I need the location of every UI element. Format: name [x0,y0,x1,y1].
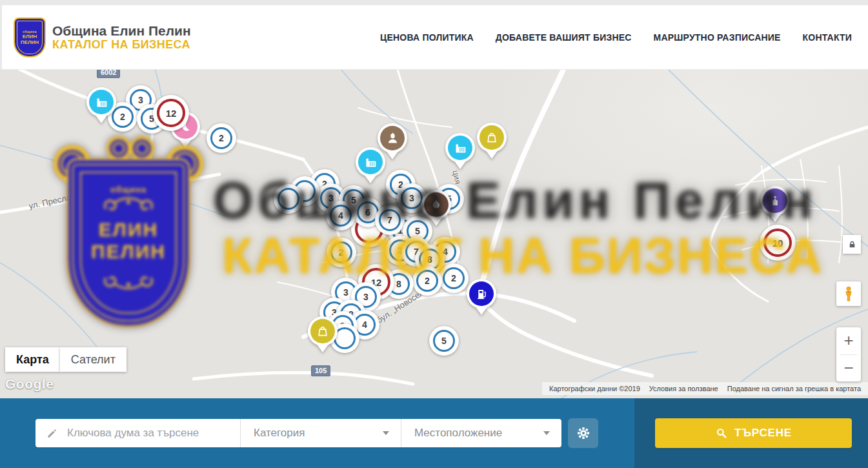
cluster-count [278,188,299,210]
map-attribution: Картографски данни ©2019 Условия за полз… [542,382,868,395]
bag-icon [479,125,504,150]
factory-category-pin[interactable] [445,133,475,163]
cluster-count: 5 [433,330,455,352]
nav-item-contacts[interactable]: КОНТАКТИ [803,32,852,43]
pin-tail [430,217,443,226]
page: община ЕЛИН ПЕЛИН Община Елин Пелин КАТА… [0,0,868,468]
pin-tail [475,306,488,315]
fuel-icon [469,281,494,306]
pin-tail [364,174,377,183]
cluster-count: 7 [379,209,401,231]
road-shield: 6002 [97,69,120,78]
advanced-settings-button[interactable] [568,418,598,448]
pin-tail [386,150,399,159]
bag-icon [310,319,335,343]
cluster-marker[interactable]: 12 [153,95,189,131]
brand-text: Община Елин Пелин КАТАЛОГ НА БИЗНЕСА [52,23,191,51]
category-label: Категория [254,427,305,440]
zoom-in-button[interactable]: + [836,327,861,354]
main-nav: ЦЕНОВА ПОЛИТИКА ДОБАВЕТЕ ВАШИЯТ БИЗНЕС М… [380,32,868,43]
cluster-marker[interactable]: 10 [760,225,796,261]
site-title: Община Елин Пелин [52,23,191,38]
location-label: Местоположение [414,427,502,440]
pin-tail [769,213,782,222]
cluster-count: 2 [416,270,438,292]
gear-icon [576,425,591,441]
cluster-count: 2 [330,241,352,263]
cluster-count: 3 [401,187,423,209]
attribution-data-notice: Картографски данни ©2019 [549,385,640,392]
keyword-segment [35,419,240,447]
chevron-down-icon [383,431,389,435]
factory-category-pin[interactable] [86,87,116,117]
brand[interactable]: община ЕЛИН ПЕЛИН Община Елин Пелин КАТА… [2,17,191,57]
search-icon [715,427,728,440]
map-type-control: Карта Сателит [5,347,126,372]
logo-name-line2: ПЕЛИН [21,39,39,45]
map-type-satellite-button[interactable]: Сателит [60,347,126,372]
pegman-button[interactable] [836,281,861,306]
lock-icon [848,240,856,249]
cluster-marker[interactable]: 2 [327,238,356,267]
pin-tail [485,150,498,159]
factory-icon [89,90,114,114]
pin-tail [454,160,467,169]
bag-category-pin[interactable] [308,316,338,346]
chevron-down-icon [543,431,550,435]
pin-tail [179,139,192,148]
flame-category-pin[interactable] [421,190,451,219]
nav-item-add-business[interactable]: ДОБАВЕТЕ ВАШИЯТ БИЗНЕС [496,32,632,43]
header: община ЕЛИН ПЕЛИН Община Елин Пелин КАТА… [2,5,868,70]
cluster-marker[interactable]: 5 [429,326,459,356]
keyword-input[interactable] [66,426,240,440]
factory-category-pin[interactable] [356,147,385,177]
cluster-count: 12 [157,99,185,127]
zoom-control: + − [836,327,861,382]
road-shield: 105 [311,365,330,376]
municipality-logo: община ЕЛИН ПЕЛИН [14,17,46,57]
flame-icon [424,192,449,217]
search-button-label: ТЪРСЕНЕ [734,427,792,440]
cluster-count: 2 [210,127,232,149]
cluster-count: 4 [330,205,352,227]
pegman-icon [842,285,856,303]
church-category-pin[interactable] [760,186,790,216]
map-type-map-button[interactable]: Карта [5,347,60,372]
fuel-category-pin[interactable] [467,279,496,309]
map-canvas[interactable]: 6002105ул. Преславбул. „Новоселция 23523… [0,69,868,398]
search-fieldbar: Категория Местоположение [35,419,561,447]
nav-item-pricing[interactable]: ЦЕНОВА ПОЛИТИКА [380,32,474,43]
search-panel-left: Категория Местоположение [0,398,634,468]
search-panel: Категория Местоположение [0,398,868,468]
cluster-count: 2 [443,267,465,289]
pencil-icon [46,427,58,439]
cluster-marker[interactable]: 2 [207,123,236,153]
google-logo[interactable]: Google [5,376,54,392]
pin-tail [316,343,329,352]
category-select[interactable]: Категория [241,419,401,447]
cluster-marker[interactable]: 2 [412,266,442,296]
attribution-report-link[interactable]: Подаване на сигнал за грешка в картата [727,385,861,392]
search-button[interactable]: ТЪРСЕНЕ [655,418,852,448]
factory-icon [448,136,472,160]
cluster-marker[interactable] [274,184,303,214]
location-select[interactable]: Местоположение [401,419,561,447]
cluster-marker[interactable]: 7 [375,205,405,235]
attribution-terms-link[interactable]: Условия за ползване [649,385,718,392]
logo-name-line1: ЕЛИН [23,34,37,39]
pin-tail [95,114,108,123]
nav-item-bus-schedule[interactable]: МАРШРУТНО РАЗПИСАНИЕ [654,32,781,43]
site-subtitle: КАТАЛОГ НА БИЗНЕСА [52,38,191,51]
cluster-marker[interactable]: 2 [439,263,469,293]
cluster-count: 10 [763,229,792,257]
cluster-marker[interactable]: 4 [326,201,356,230]
bag-category-pin[interactable] [477,123,507,152]
lock-button[interactable] [843,235,861,254]
factory-icon [358,150,383,174]
zoom-out-button[interactable]: − [836,355,861,382]
search-panel-right: ТЪРСЕНЕ [634,398,868,468]
church-icon [763,188,787,213]
